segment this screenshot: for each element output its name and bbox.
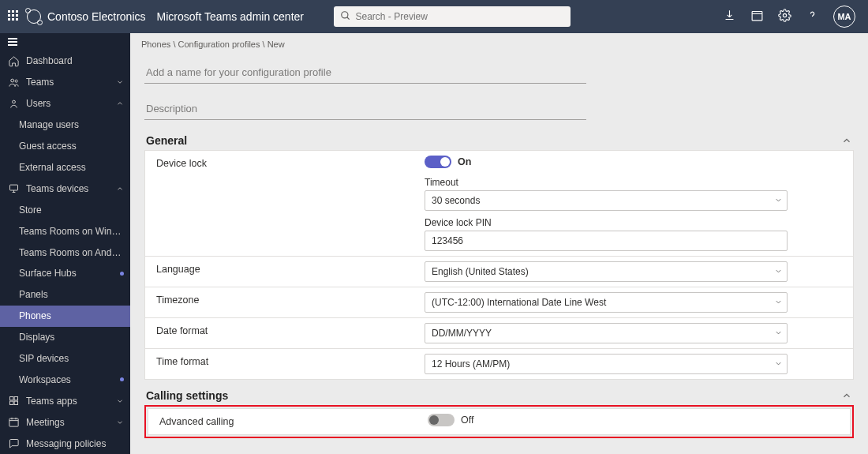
sidebar-item-messaging-policies[interactable]: Messaging policies <box>0 433 130 454</box>
sidebar-item-panels[interactable]: Panels <box>0 284 130 306</box>
devices-icon <box>8 182 20 194</box>
section-header-general[interactable]: General <box>144 134 854 147</box>
sidebar-item-surface-hubs[interactable]: Surface Hubs <box>0 263 130 284</box>
row-label: Time format <box>156 354 425 367</box>
row-label: Date format <box>156 323 425 336</box>
select-value: 30 seconds <box>432 195 480 206</box>
download-icon[interactable] <box>723 9 736 24</box>
chevron-down-icon <box>774 328 783 337</box>
breadcrumb-link[interactable]: Configuration profiles <box>178 39 260 49</box>
sidebar: Dashboard Teams Users Manage users Guest… <box>0 33 130 454</box>
pin-input[interactable] <box>425 231 788 251</box>
sidebar-item-rooms-android[interactable]: Teams Rooms on Android <box>0 242 130 263</box>
svg-rect-13 <box>10 402 13 405</box>
sidebar-item-label: Users <box>26 98 116 109</box>
svg-rect-12 <box>14 397 17 400</box>
breadcrumb: Phones \ Configuration profiles \ New <box>130 33 868 51</box>
row-device-lock: Device lock On Timeout 30 seconds <box>145 151 853 257</box>
breadcrumb-current: New <box>268 39 285 49</box>
search-icon <box>340 10 351 21</box>
chevron-up-icon <box>841 135 852 146</box>
svg-point-7 <box>13 100 16 103</box>
sidebar-item-sip-devices[interactable]: SIP devices <box>0 348 130 370</box>
users-icon <box>8 98 20 110</box>
profile-description-input[interactable] <box>144 98 586 120</box>
select-value: 12 Hours (AM/PM) <box>432 358 510 370</box>
sidebar-item-teams-apps[interactable]: Teams apps <box>0 390 130 411</box>
select-value: (UTC-12:00) International Date Line West <box>432 297 606 308</box>
search-input[interactable] <box>334 6 571 27</box>
sidebar-item-users[interactable]: Users <box>0 93 130 114</box>
date-format-select[interactable]: DD/MM/YYYY <box>425 323 788 343</box>
app-title: Microsoft Teams admin center <box>157 10 315 23</box>
sidebar-item-label: Surface Hubs <box>19 268 117 279</box>
svg-rect-11 <box>10 397 13 400</box>
sidebar-item-label: Displays <box>19 332 124 343</box>
section-header-calling[interactable]: Calling settings <box>144 389 854 402</box>
select-value: English (United States) <box>432 266 529 277</box>
chevron-down-icon <box>774 196 783 204</box>
sidebar-item-workspaces[interactable]: Workspaces <box>0 370 130 391</box>
svg-line-1 <box>346 17 349 20</box>
timeout-select[interactable]: 30 seconds <box>425 190 788 211</box>
sidebar-item-external-access[interactable]: External access <box>0 156 130 178</box>
timeout-label: Timeout <box>425 177 842 188</box>
app-launcher-icon[interactable] <box>8 10 21 23</box>
advanced-calling-toggle[interactable]: Off <box>428 414 473 426</box>
sidebar-item-guest-access[interactable]: Guest access <box>0 136 130 157</box>
sidebar-item-label: Meetings <box>26 417 116 428</box>
language-select[interactable]: English (United States) <box>425 261 788 282</box>
chevron-up-icon <box>116 185 124 193</box>
chevron-down-icon <box>774 359 783 368</box>
sidebar-item-manage-users[interactable]: Manage users <box>0 114 130 136</box>
chevron-down-icon <box>774 267 783 276</box>
row-timezone: Timezone (UTC-12:00) International Date … <box>145 287 853 318</box>
avatar[interactable]: MA <box>833 6 855 28</box>
sidebar-item-label: Teams Rooms on Windo... <box>19 226 124 237</box>
row-label: Language <box>156 261 425 275</box>
svg-point-6 <box>15 80 17 82</box>
breadcrumb-link[interactable]: Phones <box>141 39 170 49</box>
sidebar-item-rooms-windows[interactable]: Teams Rooms on Windo... <box>0 220 130 242</box>
sidebar-item-teams[interactable]: Teams <box>0 72 130 93</box>
calling-panel: Advanced calling Off <box>148 408 851 435</box>
time-format-select[interactable]: 12 Hours (AM/PM) <box>425 354 788 374</box>
sidebar-item-label: Guest access <box>19 141 124 152</box>
general-panel: Device lock On Timeout 30 seconds <box>144 150 854 380</box>
sidebar-item-phones[interactable]: Phones <box>0 306 130 327</box>
sidebar-item-label: Teams devices <box>26 183 116 194</box>
menu-toggle[interactable] <box>0 33 130 51</box>
svg-rect-2 <box>752 12 762 21</box>
select-value: DD/MM/YYYY <box>432 328 492 339</box>
hamburger-icon <box>8 36 20 48</box>
sidebar-item-label: Store <box>19 204 124 216</box>
new-badge <box>120 272 124 276</box>
brand-name: Contoso Electronics <box>47 10 146 23</box>
row-advanced-calling: Advanced calling Off <box>148 409 850 434</box>
svg-point-5 <box>11 79 14 82</box>
timezone-select[interactable]: (UTC-12:00) International Date Line West <box>425 292 788 313</box>
sidebar-item-teams-devices[interactable]: Teams devices <box>0 178 130 199</box>
profile-name-input[interactable] <box>144 62 586 84</box>
sidebar-item-store[interactable]: Store <box>0 199 130 220</box>
highlight-annotation: Advanced calling Off <box>144 405 854 438</box>
sidebar-item-label: Workspaces <box>19 374 117 385</box>
row-time-format: Time format 12 Hours (AM/PM) <box>145 349 853 379</box>
chevron-up-icon <box>841 390 852 401</box>
sidebar-item-label: Teams apps <box>26 396 116 407</box>
sidebar-item-displays[interactable]: Displays <box>0 327 130 348</box>
calendar-icon[interactable] <box>750 9 764 24</box>
settings-icon[interactable] <box>778 9 791 24</box>
sidebar-item-label: Teams <box>26 77 116 88</box>
new-badge <box>120 377 124 381</box>
chevron-down-icon <box>116 78 124 86</box>
sidebar-item-label: Phones <box>19 310 124 321</box>
sidebar-item-dashboard[interactable]: Dashboard <box>0 51 130 72</box>
teams-icon <box>8 77 20 88</box>
section-title: Calling settings <box>146 389 228 402</box>
device-lock-toggle[interactable]: On <box>425 156 471 168</box>
sidebar-item-label: Dashboard <box>26 55 124 66</box>
sidebar-item-meetings[interactable]: Meetings <box>0 411 130 433</box>
content: Phones \ Configuration profiles \ New Ge… <box>130 33 868 454</box>
help-icon[interactable] <box>806 9 819 24</box>
